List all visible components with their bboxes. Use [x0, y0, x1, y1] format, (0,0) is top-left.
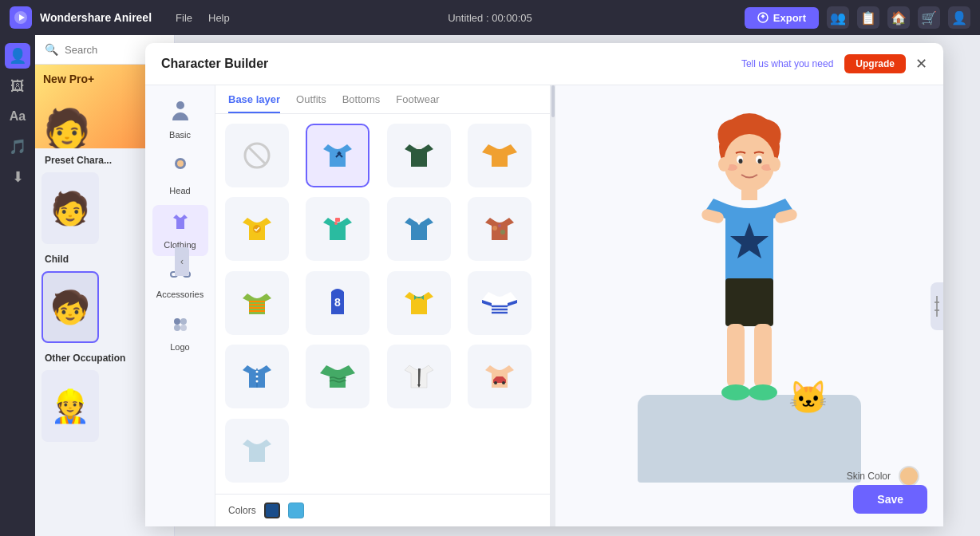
svg-rect-45 [727, 324, 745, 388]
clothing-green-knit[interactable] [306, 345, 369, 408]
svg-point-34 [739, 159, 743, 164]
upgrade-button[interactable]: Upgrade [844, 54, 906, 73]
builder-header: Character Builder Tell us what you need … [145, 43, 943, 85]
svg-point-35 [758, 159, 762, 164]
occupation-card-1[interactable]: 👷 [41, 370, 99, 442]
head-label: Head [169, 186, 190, 195]
clothing-dark-green[interactable] [387, 124, 451, 187]
clothing-tank8[interactable]: 8 [306, 271, 369, 335]
top-right-actions: Export 👥 📋 🏠 🛒 👤 [745, 6, 970, 29]
category-head[interactable]: Head [152, 149, 208, 202]
home-icon[interactable]: 🏠 [887, 6, 910, 29]
svg-point-12 [180, 325, 187, 331]
resize-handle[interactable] [931, 282, 943, 330]
child-card-1[interactable]: 🧒 [41, 271, 99, 343]
close-button[interactable]: ✕ [915, 55, 927, 73]
menu-help[interactable]: Help [208, 12, 230, 24]
sidebar-characters-icon[interactable]: 👤 [5, 43, 30, 69]
occupation-figure-1: 👷 [50, 388, 90, 425]
clothing-striped[interactable] [225, 271, 289, 335]
character-builder-dialog: Character Builder Tell us what you need … [145, 43, 943, 526]
menu-file[interactable]: File [176, 12, 192, 24]
sidebar-text-icon[interactable]: Aa [5, 104, 30, 129]
svg-point-29 [502, 381, 505, 384]
color-swatch-light-blue[interactable] [288, 503, 304, 518]
category-basic[interactable]: Basic [152, 93, 208, 146]
clothing-none[interactable] [225, 124, 289, 187]
category-logo[interactable]: Logo [152, 309, 208, 358]
child-figure-1: 🧒 [50, 289, 90, 326]
account-icon[interactable]: 👤 [948, 6, 970, 29]
clothing-icon [170, 211, 191, 237]
svg-point-3 [176, 101, 184, 109]
team-icon[interactable]: 👥 [827, 6, 849, 29]
tab-outfits[interactable]: Outfits [296, 93, 326, 113]
clothing-grid: 8 [215, 114, 550, 494]
builder-tabs: Base layer Outfits Bottoms Footwear [215, 85, 550, 114]
char-figure-1: 🧑 [50, 190, 90, 227]
icon-sidebar: 👤 🖼 Aa 🎵 ⬇ [0, 35, 35, 536]
tab-footwear[interactable]: Footwear [396, 93, 439, 113]
accessories-label: Accessories [156, 290, 204, 299]
search-icon: 🔍 [45, 43, 58, 56]
svg-point-48 [749, 384, 777, 400]
clothing-blue-stripes[interactable] [468, 271, 531, 335]
clothing-orange-long[interactable] [468, 124, 531, 187]
cart-icon[interactable]: 🛒 [918, 6, 940, 29]
clothing-hawaiian[interactable] [468, 197, 531, 261]
logo-label: Logo [170, 342, 189, 352]
clothing-blue-polo2[interactable] [387, 197, 451, 261]
template-icon[interactable]: 📋 [857, 6, 879, 29]
svg-point-18 [334, 222, 338, 225]
clothing-peach-car[interactable] [468, 345, 531, 408]
banner-text: New Pro+ [43, 73, 94, 85]
export-button[interactable]: Export [745, 7, 819, 29]
sidebar-music-icon[interactable]: 🎵 [5, 134, 30, 160]
clothing-blue-tshirt[interactable] [306, 124, 369, 187]
svg-point-20 [500, 230, 505, 235]
svg-point-21 [498, 224, 501, 227]
project-title: Untitled : 00:00:05 [448, 12, 532, 24]
skin-color-label: Skin Color [847, 471, 891, 482]
logo-icon [171, 315, 190, 339]
character-preview: 🐱 [555, 85, 943, 526]
clothing-teal[interactable] [306, 197, 369, 261]
svg-point-5 [177, 160, 184, 167]
builder-title: Character Builder [161, 57, 741, 71]
clothing-blue-shirt[interactable] [225, 345, 289, 408]
tell-us-link[interactable]: Tell us what you need [741, 58, 833, 69]
skin-color-swatch[interactable] [899, 466, 919, 487]
clothing-white-tie[interactable] [387, 345, 451, 408]
tab-base-layer[interactable]: Base layer [228, 93, 280, 113]
topbar: Wondershare Anireel File Help Untitled :… [0, 0, 980, 35]
head-icon [171, 156, 190, 183]
app-name: Wondershare Anireel [40, 11, 152, 24]
sidebar-export-icon[interactable]: ⬇ [5, 164, 30, 190]
preview-area [555, 85, 943, 447]
app-logo [10, 6, 32, 29]
colors-label: Colors [228, 505, 256, 516]
color-swatch-dark-blue[interactable] [264, 503, 280, 518]
clothing-yellow[interactable] [225, 197, 289, 261]
svg-point-19 [492, 226, 497, 231]
svg-point-27 [256, 380, 259, 383]
clothing-partial[interactable] [225, 419, 289, 483]
svg-point-31 [724, 134, 775, 191]
svg-rect-44 [725, 278, 773, 326]
save-button[interactable]: Save [853, 485, 927, 514]
clothing-bowtie[interactable] [387, 271, 451, 335]
char-card-1[interactable]: 🧑 [41, 172, 99, 244]
sidebar-media-icon[interactable]: 🖼 [5, 73, 30, 99]
tab-bottoms[interactable]: Bottoms [342, 93, 381, 113]
export-label: Export [773, 12, 806, 24]
main-layout: 👤 🖼 Aa 🎵 ⬇ 🔍 New Pro+ 🧑 Preset Chara... … [0, 35, 980, 536]
builder-body: Basic Head Clothing [145, 85, 943, 526]
banner-character: 🧑 [43, 110, 91, 148]
save-button-area: Save [853, 485, 927, 514]
svg-rect-46 [754, 324, 772, 388]
collapse-panel-button[interactable]: ‹ [175, 247, 189, 276]
svg-point-25 [256, 371, 259, 373]
basic-label: Basic [169, 130, 191, 140]
basic-icon [171, 100, 190, 127]
svg-point-28 [494, 381, 497, 384]
